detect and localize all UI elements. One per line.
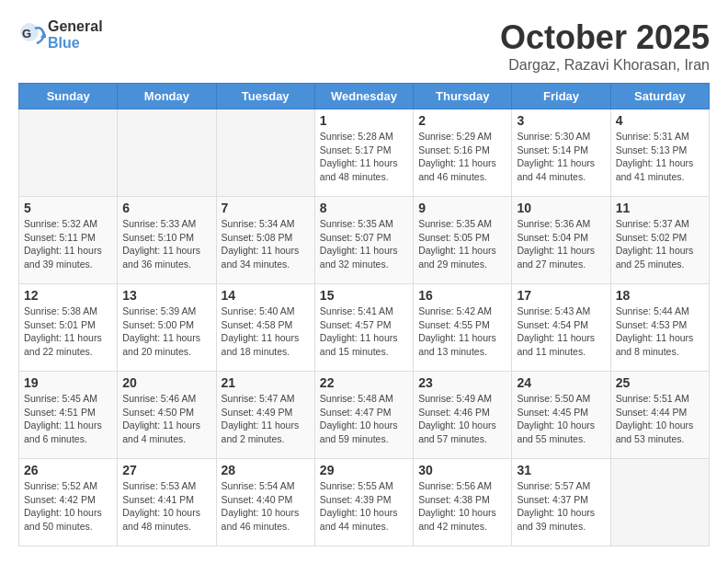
day-header-saturday: Saturday (610, 84, 709, 109)
day-number: 13 (122, 288, 210, 303)
calendar-cell: 13Sunrise: 5:39 AM Sunset: 5:00 PM Dayli… (118, 284, 216, 372)
calendar-cell: 1Sunrise: 5:28 AM Sunset: 5:17 PM Daylig… (314, 109, 413, 197)
day-info: Sunrise: 5:54 AM Sunset: 4:40 PM Dayligh… (222, 479, 310, 534)
day-number: 20 (122, 375, 210, 390)
calendar-cell: 26Sunrise: 5:52 AM Sunset: 4:42 PM Dayli… (19, 459, 118, 546)
day-header-wednesday: Wednesday (314, 84, 413, 109)
day-info: Sunrise: 5:51 AM Sunset: 4:44 PM Dayligh… (616, 392, 704, 446)
week-row-4: 19Sunrise: 5:45 AM Sunset: 4:51 PM Dayli… (19, 372, 710, 459)
calendar-header-row: SundayMondayTuesdayWednesdayThursdayFrid… (19, 84, 710, 109)
calendar-cell: 31Sunrise: 5:57 AM Sunset: 4:37 PM Dayli… (512, 459, 610, 546)
day-number: 19 (24, 375, 112, 390)
day-info: Sunrise: 5:32 AM Sunset: 5:11 PM Dayligh… (24, 217, 112, 271)
day-info: Sunrise: 5:47 AM Sunset: 4:49 PM Dayligh… (222, 392, 310, 446)
day-info: Sunrise: 5:33 AM Sunset: 5:10 PM Dayligh… (122, 217, 210, 271)
day-info: Sunrise: 5:46 AM Sunset: 4:50 PM Dayligh… (122, 392, 210, 446)
calendar-cell: 4Sunrise: 5:31 AM Sunset: 5:13 PM Daylig… (610, 109, 709, 197)
day-number: 12 (24, 288, 112, 303)
day-info: Sunrise: 5:57 AM Sunset: 4:37 PM Dayligh… (517, 479, 605, 534)
calendar-cell: 18Sunrise: 5:44 AM Sunset: 4:53 PM Dayli… (610, 284, 709, 372)
day-info: Sunrise: 5:50 AM Sunset: 4:45 PM Dayligh… (517, 392, 605, 446)
calendar-cell (216, 109, 314, 197)
week-row-5: 26Sunrise: 5:52 AM Sunset: 4:42 PM Dayli… (19, 459, 710, 546)
day-info: Sunrise: 5:37 AM Sunset: 5:02 PM Dayligh… (616, 217, 704, 271)
day-info: Sunrise: 5:48 AM Sunset: 4:47 PM Dayligh… (320, 392, 408, 446)
calendar-cell: 29Sunrise: 5:55 AM Sunset: 4:39 PM Dayli… (314, 459, 413, 546)
day-number: 3 (517, 113, 605, 128)
day-header-monday: Monday (118, 84, 216, 109)
calendar-cell: 9Sunrise: 5:35 AM Sunset: 5:05 PM Daylig… (414, 197, 512, 284)
calendar-cell: 27Sunrise: 5:53 AM Sunset: 4:41 PM Dayli… (118, 459, 216, 546)
day-info: Sunrise: 5:45 AM Sunset: 4:51 PM Dayligh… (24, 392, 112, 446)
calendar-cell: 8Sunrise: 5:35 AM Sunset: 5:07 PM Daylig… (314, 197, 413, 284)
calendar-cell: 7Sunrise: 5:34 AM Sunset: 5:08 PM Daylig… (216, 197, 314, 284)
month-title: October 2025 (500, 18, 710, 57)
calendar-cell: 14Sunrise: 5:40 AM Sunset: 4:58 PM Dayli… (216, 284, 314, 372)
calendar-cell: 22Sunrise: 5:48 AM Sunset: 4:47 PM Dayli… (314, 372, 413, 459)
day-number: 7 (222, 201, 310, 215)
title-area: October 2025 Dargaz, Razavi Khorasan, Ir… (500, 18, 710, 74)
day-info: Sunrise: 5:29 AM Sunset: 5:16 PM Dayligh… (418, 130, 506, 184)
day-header-tuesday: Tuesday (216, 84, 314, 109)
day-number: 16 (418, 288, 506, 303)
day-number: 24 (517, 375, 605, 390)
day-info: Sunrise: 5:36 AM Sunset: 5:04 PM Dayligh… (517, 217, 605, 271)
day-number: 2 (418, 113, 506, 128)
day-info: Sunrise: 5:30 AM Sunset: 5:14 PM Dayligh… (517, 130, 605, 184)
logo-blue-text: Blue (48, 35, 80, 51)
calendar-cell: 25Sunrise: 5:51 AM Sunset: 4:44 PM Dayli… (610, 372, 709, 459)
day-info: Sunrise: 5:41 AM Sunset: 4:57 PM Dayligh… (320, 304, 408, 359)
day-info: Sunrise: 5:39 AM Sunset: 5:00 PM Dayligh… (122, 304, 210, 359)
day-header-friday: Friday (512, 84, 610, 109)
calendar-cell: 24Sunrise: 5:50 AM Sunset: 4:45 PM Dayli… (512, 372, 610, 459)
day-header-sunday: Sunday (19, 84, 118, 109)
day-info: Sunrise: 5:49 AM Sunset: 4:46 PM Dayligh… (418, 392, 506, 446)
day-info: Sunrise: 5:52 AM Sunset: 4:42 PM Dayligh… (24, 479, 112, 534)
day-number: 15 (320, 288, 408, 303)
day-info: Sunrise: 5:28 AM Sunset: 5:17 PM Dayligh… (320, 130, 408, 184)
week-row-2: 5Sunrise: 5:32 AM Sunset: 5:11 PM Daylig… (19, 197, 710, 284)
svg-text:G: G (22, 27, 31, 40)
day-number: 4 (616, 113, 704, 128)
day-info: Sunrise: 5:53 AM Sunset: 4:41 PM Dayligh… (122, 479, 210, 534)
day-header-thursday: Thursday (414, 84, 512, 109)
day-number: 31 (517, 463, 605, 477)
day-info: Sunrise: 5:38 AM Sunset: 5:01 PM Dayligh… (24, 304, 112, 359)
calendar-cell: 28Sunrise: 5:54 AM Sunset: 4:40 PM Dayli… (216, 459, 314, 546)
day-info: Sunrise: 5:42 AM Sunset: 4:55 PM Dayligh… (418, 304, 506, 359)
day-number: 23 (418, 375, 506, 390)
week-row-3: 12Sunrise: 5:38 AM Sunset: 5:01 PM Dayli… (19, 284, 710, 372)
day-number: 28 (222, 463, 310, 477)
logo-icon: G (18, 21, 46, 49)
day-number: 8 (320, 201, 408, 215)
calendar-cell: 2Sunrise: 5:29 AM Sunset: 5:16 PM Daylig… (414, 109, 512, 197)
calendar-cell (118, 109, 216, 197)
day-number: 14 (222, 288, 310, 303)
day-number: 21 (222, 375, 310, 390)
calendar-cell: 17Sunrise: 5:43 AM Sunset: 4:54 PM Dayli… (512, 284, 610, 372)
calendar-cell: 16Sunrise: 5:42 AM Sunset: 4:55 PM Dayli… (414, 284, 512, 372)
calendar-cell: 23Sunrise: 5:49 AM Sunset: 4:46 PM Dayli… (414, 372, 512, 459)
calendar-cell: 10Sunrise: 5:36 AM Sunset: 5:04 PM Dayli… (512, 197, 610, 284)
calendar-cell: 15Sunrise: 5:41 AM Sunset: 4:57 PM Dayli… (314, 284, 413, 372)
calendar-cell: 21Sunrise: 5:47 AM Sunset: 4:49 PM Dayli… (216, 372, 314, 459)
day-info: Sunrise: 5:40 AM Sunset: 4:58 PM Dayligh… (222, 304, 310, 359)
calendar-cell: 6Sunrise: 5:33 AM Sunset: 5:10 PM Daylig… (118, 197, 216, 284)
day-number: 22 (320, 375, 408, 390)
calendar-cell: 30Sunrise: 5:56 AM Sunset: 4:38 PM Dayli… (414, 459, 512, 546)
page-header: G General Blue October 2025 Dargaz, Raza… (18, 18, 710, 74)
day-info: Sunrise: 5:44 AM Sunset: 4:53 PM Dayligh… (616, 304, 704, 359)
calendar-cell: 5Sunrise: 5:32 AM Sunset: 5:11 PM Daylig… (19, 197, 118, 284)
calendar-cell: 20Sunrise: 5:46 AM Sunset: 4:50 PM Dayli… (118, 372, 216, 459)
day-number: 30 (418, 463, 506, 477)
day-number: 17 (517, 288, 605, 303)
day-number: 1 (320, 113, 408, 128)
day-number: 18 (616, 288, 704, 303)
calendar-cell: 3Sunrise: 5:30 AM Sunset: 5:14 PM Daylig… (512, 109, 610, 197)
calendar-cell: 19Sunrise: 5:45 AM Sunset: 4:51 PM Dayli… (19, 372, 118, 459)
day-info: Sunrise: 5:34 AM Sunset: 5:08 PM Dayligh… (222, 217, 310, 271)
day-info: Sunrise: 5:56 AM Sunset: 4:38 PM Dayligh… (418, 479, 506, 534)
week-row-1: 1Sunrise: 5:28 AM Sunset: 5:17 PM Daylig… (19, 109, 710, 197)
day-number: 10 (517, 201, 605, 215)
day-number: 6 (122, 201, 210, 215)
